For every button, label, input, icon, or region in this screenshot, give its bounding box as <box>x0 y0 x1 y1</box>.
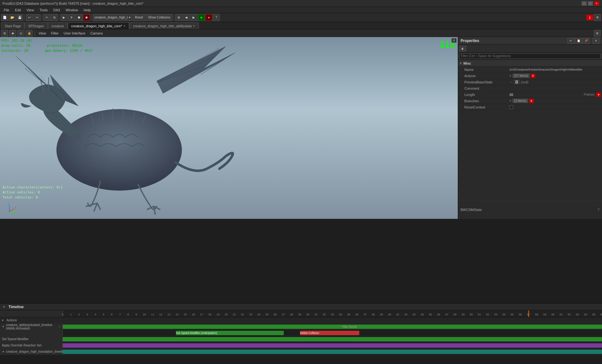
speed-label-text: Set Speed Modifier <box>2 337 29 341</box>
undo-button[interactable]: ↩ <box>26 14 33 21</box>
prop-label-resetcontext: ResetContext <box>459 105 510 109</box>
tick-56: 56 <box>519 313 522 316</box>
tick-25: 25 <box>265 313 268 316</box>
timeline-ruler-ticks[interactable]: 0123456789101112131415161718192021222324… <box>63 310 602 317</box>
tick-61: 61 <box>560 313 563 316</box>
track-label-speed: Set Speed Modifier <box>0 336 63 342</box>
lock-btn[interactable]: 🔒 <box>26 30 33 37</box>
tick-36: 36 <box>355 313 358 316</box>
tick-5: 5 <box>103 313 104 316</box>
save-button[interactable]: 💾 <box>16 14 23 21</box>
prop-label-branches: Branches <box>459 99 510 103</box>
entity-dropdown[interactable]: creature_dragon_high_t ▾ <box>93 14 132 21</box>
frames-x-btn[interactable]: ▾ <box>596 92 601 97</box>
title-bar: FrostEd (DA3 Database (perforce7)) Build… <box>0 0 602 7</box>
bwcsm-help-button[interactable]: ? <box>598 208 599 212</box>
viewport-size-btn[interactable]: ⊞ <box>594 30 601 37</box>
eye-btn[interactable]: ◎ <box>18 30 24 37</box>
tick-32: 32 <box>323 313 326 316</box>
copy-button[interactable]: ⧉ <box>51 14 58 21</box>
tab-start-page[interactable]: Start Page <box>1 22 24 29</box>
stop-button[interactable]: ⏹ <box>76 14 82 21</box>
menu-edit[interactable]: Edit <box>13 8 24 13</box>
tab-creature[interactable]: creature <box>48 22 67 29</box>
menu-help[interactable]: Help <box>81 8 93 13</box>
menu-view[interactable]: View <box>24 8 37 13</box>
minimize-button[interactable]: ─ <box>581 1 587 6</box>
actions-x-btn[interactable]: ✕ <box>531 74 535 78</box>
prop-btn1[interactable]: ◐ <box>459 46 466 51</box>
cut-button[interactable]: ✂ <box>43 14 50 21</box>
play-button[interactable]: ▶ <box>61 14 67 21</box>
show-collisions-button[interactable]: Show Collisions <box>146 14 172 21</box>
tab-csm-close[interactable]: ✕ <box>123 24 126 28</box>
timeline-toggle: ▼ <box>3 305 5 309</box>
new-button[interactable]: 📄 <box>1 14 8 21</box>
track-content-speed[interactable] <box>63 336 602 342</box>
ability-collapse[interactable]: ≡ <box>59 325 61 328</box>
tick-44: 44 <box>421 313 424 316</box>
sec-filter[interactable]: Filter <box>49 31 61 35</box>
open-button[interactable]: 📂 <box>9 14 16 21</box>
prop-close-btn[interactable]: ✕ <box>593 38 599 44</box>
reset-button[interactable]: Reset <box>133 14 145 21</box>
playhead[interactable] <box>528 310 529 317</box>
sec-camera[interactable]: Camera <box>88 31 104 35</box>
resetcontext-checkbox[interactable] <box>510 105 513 109</box>
tab-abilitydata-close[interactable]: ✕ <box>193 24 195 28</box>
maximize-button[interactable]: □ <box>588 1 593 6</box>
menu-da3[interactable]: DA3 <box>51 8 62 13</box>
track-content-reaction[interactable] <box>63 342 602 349</box>
prop-value-resetcontext <box>510 105 601 109</box>
prop-toolbar-btn3[interactable]: 📌 <box>583 38 589 44</box>
tick-14: 14 <box>176 313 179 316</box>
menu-tools[interactable]: Tools <box>37 8 50 13</box>
tick-30: 30 <box>306 313 309 316</box>
prop-toolbar-btn1[interactable]: ✏ <box>568 38 574 44</box>
tick-27: 27 <box>282 313 285 316</box>
preview-icon: 🖼 <box>514 80 520 84</box>
track-content-translation[interactable] <box>63 349 602 355</box>
prop-value-branches: ≡ (2 items) ✕ <box>510 99 601 103</box>
camera-btn[interactable]: ◉ <box>9 30 16 37</box>
green-box-button[interactable]: ■ <box>198 14 205 21</box>
close-button[interactable]: ✕ <box>594 1 599 6</box>
track-content-ability[interactable]: Play Sound <box>63 324 602 330</box>
tick-66: 66 <box>600 313 602 316</box>
prop-toolbar-btn2[interactable]: 📋 <box>575 38 582 44</box>
bwcsm-label: BWCSMState <box>461 208 482 212</box>
redo-button[interactable]: ↪ <box>34 14 40 21</box>
play-sound-label: Play Sound <box>342 325 357 328</box>
reaction-bar <box>63 343 602 348</box>
track-content-sub[interactable]: Set Speed Modifier (Anticipation) Melee … <box>63 330 602 336</box>
timeline-tracks: ▼ creature_abilityactivated_timeline (Ab… <box>0 324 602 364</box>
track-label-ability: ▼ creature_abilityactivated_timeline (Ab… <box>0 324 63 330</box>
tick-34: 34 <box>339 313 342 316</box>
set-speed-bar <box>176 331 284 335</box>
properties-filter-input[interactable] <box>459 53 601 59</box>
tick-52: 52 <box>486 313 489 316</box>
branches-x-btn[interactable]: ✕ <box>529 99 534 103</box>
settings-button[interactable]: ⚙ <box>594 14 601 21</box>
viewport-icon-btn[interactable]: ⊞ <box>1 30 8 37</box>
prop-row-name: Name DA3/Creatures/Faction/Draconic/Drag… <box>458 66 602 73</box>
arrow-right-button[interactable]: ▶ <box>190 14 197 21</box>
more-button[interactable]: ⊞ <box>175 14 182 21</box>
tab-csm[interactable]: creature_dragon_high_bite_csm* ✕ <box>68 22 129 29</box>
menu-file[interactable]: File <box>1 8 12 13</box>
tick-18: 18 <box>208 313 211 316</box>
arrow-left-button[interactable]: ◀ <box>183 14 190 21</box>
tab-abilitydata[interactable]: creature_dragon_high_bite_abilitydata ✕ <box>129 22 199 29</box>
pink-box-button[interactable]: ■ <box>205 14 212 21</box>
tick-23: 23 <box>249 313 252 316</box>
menu-window[interactable]: Window <box>63 8 80 13</box>
tab-spdragon[interactable]: SPDragon <box>25 22 48 29</box>
help-button[interactable]: ? <box>213 14 220 21</box>
sec-view[interactable]: View <box>37 31 48 35</box>
melee-collision-bar <box>300 331 359 335</box>
prop-value-name: DA3/Creatures/Faction/Draconic/Dragon/Hi… <box>510 68 601 71</box>
record-button[interactable]: ⏺ <box>83 14 90 21</box>
sec-ui[interactable]: User Interface <box>62 31 87 35</box>
misc-section-header[interactable]: ▼ Misc <box>458 60 602 66</box>
pause-button[interactable]: ⏸ <box>68 14 75 21</box>
